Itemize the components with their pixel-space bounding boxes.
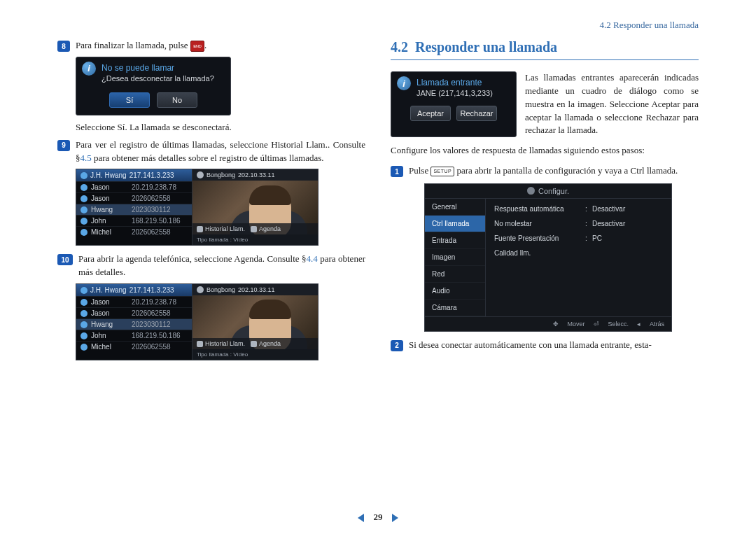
call-icon xyxy=(80,344,88,351)
cfg-value: Desactivar xyxy=(592,205,625,213)
setup-button-icon: SETUP xyxy=(430,167,454,176)
incoming-sub: JANE (217,141,3,233) xyxy=(391,89,516,103)
info-icon: i xyxy=(82,62,96,76)
disconnect-dialog: i No se puede llamar ¿Desea desconectar … xyxy=(76,57,231,115)
menu-red[interactable]: Red xyxy=(425,266,485,283)
dialog-button-row: Sí No xyxy=(76,88,230,115)
preview-bottombar: Historial Llam. Agenda xyxy=(192,338,318,349)
config-row[interactable]: Calidad llm. xyxy=(486,246,671,260)
list-item[interactable]: Jason20.219.238.78 xyxy=(76,296,192,307)
header-name: J.H. Hwang xyxy=(90,171,127,179)
menu-ctrl-llamada[interactable]: Ctrl llamada xyxy=(425,216,485,232)
history-label: Historial Llam. xyxy=(205,225,245,232)
preview-name: Bongbong xyxy=(206,171,235,178)
link-4-5[interactable]: 4.5 xyxy=(80,153,92,163)
page-navigation: 29 xyxy=(0,512,756,523)
config-body: General Ctrl llamada Entrada Imagen Red … xyxy=(425,199,671,316)
step-8: 8 Para finalizar la llamada, pulse END. xyxy=(57,39,365,52)
agenda-icon xyxy=(251,341,257,347)
preview-topbar: Bongbong 202.10.33.11 xyxy=(192,169,318,181)
page: 4.2 Responder una llamada 8 Para finaliz… xyxy=(0,0,756,534)
list-item[interactable]: Jason2026062558 xyxy=(76,307,192,318)
reject-button[interactable]: Rechazar xyxy=(456,106,497,121)
face-placeholder: Historial Llam. Agenda xyxy=(192,295,318,349)
preview-topbar: Bongbong 202.10.33.11 xyxy=(192,284,318,295)
list-item[interactable]: John168.219.50.186 xyxy=(76,215,192,226)
step-2-text: Si desea conectar automáticamente con un… xyxy=(409,339,652,352)
header-num: 217.141.3.233 xyxy=(130,286,174,294)
running-header: 4.2 Responder una llamada xyxy=(57,20,699,31)
list-item[interactable]: Hwang2023030112 xyxy=(76,318,192,330)
row-num: 2023030112 xyxy=(132,321,171,328)
history-button[interactable]: Historial Llam. xyxy=(197,340,245,347)
list-item[interactable]: Michel2026062558 xyxy=(76,341,192,352)
row-name: Jason xyxy=(91,298,132,306)
menu-imagen[interactable]: Imagen xyxy=(425,249,485,266)
preview-footer: Tipo llamada : Vídeo xyxy=(192,234,318,245)
call-icon xyxy=(80,195,88,202)
row-name: Jason xyxy=(91,309,132,317)
menu-camara[interactable]: Cámara xyxy=(425,300,485,316)
call-icon xyxy=(80,184,88,191)
row-name: Hwang xyxy=(91,206,132,213)
step-9-text: Para ver el registro de últimas llamadas… xyxy=(76,139,365,165)
person-icon xyxy=(197,286,204,293)
list-item[interactable]: Jason20.219.238.78 xyxy=(76,181,192,192)
row-num: 2026062558 xyxy=(132,228,171,236)
info-icon: i xyxy=(397,76,411,90)
config-row[interactable]: Respuesta automática:Desactivar xyxy=(486,202,671,216)
step-8-pre: Para finalizar la llamada, pulse xyxy=(76,40,188,50)
row-name: John xyxy=(91,332,132,339)
call-history-screenshot-2: J.H. Hwang 217.141.3.233 Jason20.219.238… xyxy=(76,283,318,360)
cfg-value: Desactivar xyxy=(592,220,625,227)
list-item[interactable]: John168.219.50.186 xyxy=(76,330,192,341)
section-heading: 4.2 Responder una llamada xyxy=(391,39,699,55)
call-icon xyxy=(80,287,88,294)
yes-button[interactable]: Sí xyxy=(109,92,150,108)
menu-general[interactable]: General xyxy=(425,199,485,216)
preview-name: Bongbong xyxy=(206,286,235,293)
step-8-tail: . xyxy=(204,40,206,50)
row-num: 20.219.238.78 xyxy=(132,183,176,191)
agenda-button[interactable]: Agenda xyxy=(251,225,281,232)
config-row[interactable]: No molestar:Desactivar xyxy=(486,216,671,231)
list-item[interactable]: Michel2026062558 xyxy=(76,226,192,237)
menu-audio[interactable]: Audio xyxy=(425,283,485,300)
dialog-title-text: No se puede llamar xyxy=(102,63,174,73)
dialog-subtext: ¿Desea desconectar la llamada? xyxy=(76,74,230,88)
prev-page-icon[interactable] xyxy=(358,514,364,522)
agenda-button[interactable]: Agenda xyxy=(251,340,281,347)
history-button[interactable]: Historial Llam. xyxy=(197,225,245,232)
row-num: 20.219.238.78 xyxy=(132,298,176,306)
incoming-call-block: i Llamada entrante JANE (217,141,3,233) … xyxy=(391,71,699,137)
config-row[interactable]: Fuente Presentación:PC xyxy=(486,231,671,246)
step-1: 1 Pulse SETUP para abrir la pantalla de … xyxy=(391,164,699,178)
menu-entrada[interactable]: Entrada xyxy=(425,232,485,249)
row-num: 2026062558 xyxy=(132,195,171,202)
step-9-tail: para obtener más detalles sobre el regis… xyxy=(92,153,324,163)
call-icon xyxy=(80,310,88,317)
cfg-label: Calidad llm. xyxy=(494,249,585,257)
cfg-label: No molestar xyxy=(494,220,585,227)
link-4-4[interactable]: 4.4 xyxy=(307,253,318,264)
history-icon xyxy=(197,226,203,232)
row-name: Jason xyxy=(91,195,132,202)
no-button[interactable]: No xyxy=(157,92,197,108)
foot-move: ✥ Mover xyxy=(553,321,585,328)
row-name: Michel xyxy=(91,343,132,351)
next-page-icon[interactable] xyxy=(392,514,398,522)
person-icon xyxy=(197,171,204,178)
history-label: Historial Llam. xyxy=(205,340,245,347)
foot-select: ⏎ Selecc. xyxy=(594,321,629,328)
preview-num: 202.10.33.11 xyxy=(238,286,275,293)
step-number-2: 2 xyxy=(391,340,403,351)
call-icon xyxy=(80,321,88,328)
section-text: Responder una llamada xyxy=(415,39,557,55)
preview-footer: Tipo llamada : Vídeo xyxy=(192,349,318,360)
step-1-text: Pulse SETUP para abrir la pantalla de co… xyxy=(409,164,678,178)
list-item[interactable]: Hwang2023030112 xyxy=(76,204,192,215)
list-item[interactable]: Jason2026062558 xyxy=(76,192,192,204)
accept-button[interactable]: Aceptar xyxy=(410,106,451,121)
video-preview: Bongbong 202.10.33.11 Historial Llam. Ag… xyxy=(192,284,318,360)
config-screenshot: Configur. General Ctrl llamada Entrada I… xyxy=(424,183,672,332)
